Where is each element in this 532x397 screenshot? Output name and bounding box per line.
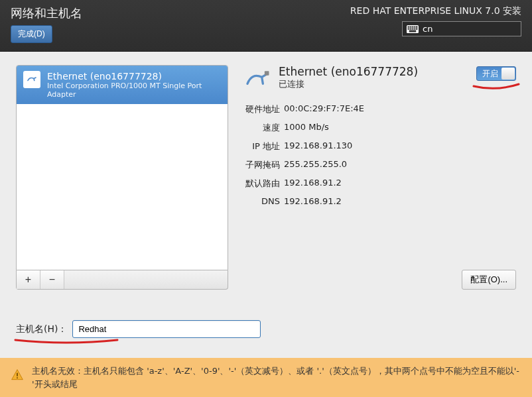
- hostname-input[interactable]: [72, 320, 261, 338]
- header-bar: 网络和主机名 完成(D) RED HAT ENTERPRISE LINUX 7.…: [0, 0, 532, 52]
- connection-status: 已连接: [279, 78, 418, 90]
- svg-rect-12: [265, 71, 269, 76]
- svg-rect-8: [412, 28, 413, 29]
- connection-title: Ethernet (eno16777728): [279, 65, 418, 78]
- toggle-knob: [501, 68, 515, 80]
- ethernet-small-icon: [23, 71, 40, 88]
- connection-toggle[interactable]: 开启: [476, 66, 516, 81]
- toggle-label: 开启: [477, 68, 501, 80]
- device-description: Intel Corporation PRO/1000 MT Single Por…: [47, 82, 221, 99]
- svg-rect-3: [412, 26, 413, 27]
- prop-mask: 子网掩码255.255.255.0: [244, 159, 516, 171]
- svg-rect-7: [410, 28, 411, 29]
- svg-rect-4: [414, 26, 415, 27]
- svg-rect-14: [17, 377, 18, 378]
- svg-rect-10: [416, 28, 418, 29]
- device-list-item[interactable]: Ethernet (eno16777728) Intel Corporation…: [17, 66, 228, 104]
- prop-ip: IP 地址192.168.91.130: [244, 141, 516, 152]
- device-list[interactable]: Ethernet (eno16777728) Intel Corporation…: [16, 65, 228, 270]
- svg-rect-6: [408, 28, 409, 29]
- device-list-toolbar: + −: [16, 270, 228, 290]
- add-device-button[interactable]: +: [17, 270, 40, 289]
- prop-speed: 速度1000 Mb/s: [244, 122, 516, 134]
- keyboard-layout-label: cn: [423, 24, 432, 34]
- warning-bar: 主机名无效：主机名只能包含 'a-z'、'A-Z'、'0-9'、'-'（英文减号…: [0, 358, 532, 397]
- hostname-label: 主机名(H)：: [16, 323, 67, 335]
- svg-rect-11: [409, 30, 417, 32]
- keyboard-layout-indicator[interactable]: cn: [402, 21, 521, 36]
- keyboard-icon: [407, 25, 419, 33]
- warning-icon: [11, 369, 24, 382]
- warning-text: 主机名无效：主机名只能包含 'a-z'、'A-Z'、'0-9'、'-'（英文减号…: [32, 365, 521, 390]
- hostname-row: 主机名(H)：: [16, 320, 516, 338]
- prop-gateway: 默认路由192.168.91.2: [244, 178, 516, 190]
- annotation-underline-icon: [13, 337, 119, 344]
- configure-button[interactable]: 配置(O)...: [462, 270, 516, 290]
- svg-rect-2: [410, 26, 411, 27]
- svg-rect-1: [408, 26, 409, 27]
- page-title: 网络和主机名: [11, 5, 350, 21]
- svg-rect-5: [416, 26, 418, 27]
- svg-rect-13: [17, 373, 18, 376]
- svg-rect-9: [414, 28, 415, 29]
- annotation-underline-icon: [472, 82, 520, 90]
- main-panel: Ethernet (eno16777728) Intel Corporation…: [0, 52, 532, 370]
- prop-dns: DNS192.168.91.2: [244, 196, 516, 206]
- ethernet-icon: [244, 65, 271, 91]
- prop-hw: 硬件地址00:0C:29:F7:7E:4E: [244, 103, 516, 115]
- installer-subtitle: RED HAT ENTERPRISE LINUX 7.0 安装: [350, 5, 521, 17]
- connection-properties: 硬件地址00:0C:29:F7:7E:4E 速度1000 Mb/s IP 地址1…: [244, 103, 516, 206]
- done-button[interactable]: 完成(D): [11, 25, 52, 43]
- device-name: Ethernet (eno16777728): [47, 71, 221, 82]
- remove-device-button[interactable]: −: [40, 270, 64, 289]
